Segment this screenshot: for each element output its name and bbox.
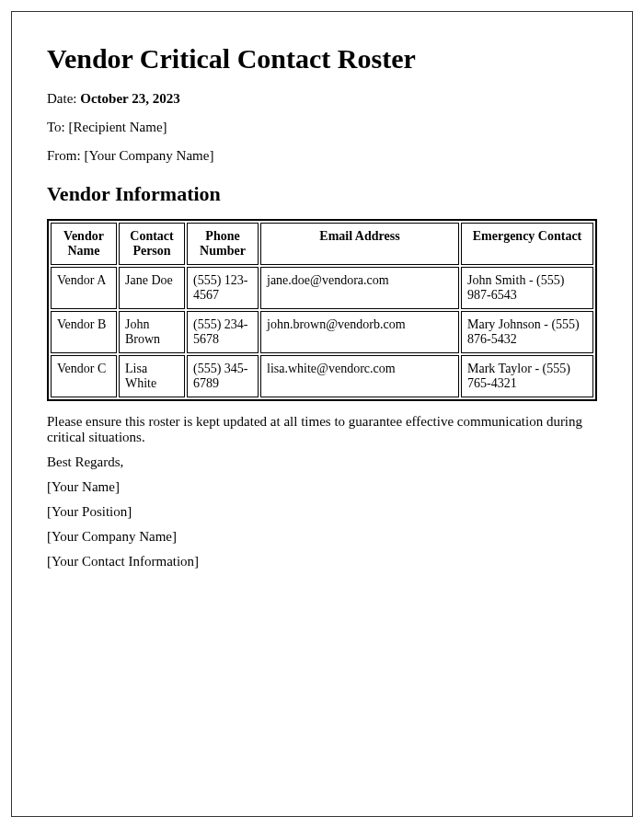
col-header-contact: Contact Person — [119, 223, 185, 265]
cell-contact: Jane Doe — [119, 267, 185, 309]
signoff-contact: [Your Contact Information] — [47, 554, 597, 569]
table-row: Vendor B John Brown (555) 234-5678 john.… — [51, 311, 593, 353]
cell-emergency: Mary Johnson - (555) 876-5432 — [461, 311, 593, 353]
col-header-phone: Phone Number — [187, 223, 259, 265]
signoff-regards: Best Regards, — [47, 454, 597, 470]
cell-email: jane.doe@vendora.com — [260, 267, 459, 309]
date-value: October 23, 2023 — [80, 91, 179, 106]
cell-vendor: Vendor B — [51, 311, 117, 353]
cell-contact: Lisa White — [119, 355, 185, 397]
signoff-name: [Your Name] — [47, 479, 597, 495]
cell-emergency: Mark Taylor - (555) 765-4321 — [461, 355, 593, 397]
table-row: Vendor A Jane Doe (555) 123-4567 jane.do… — [51, 267, 593, 309]
cell-emergency: John Smith - (555) 987-6543 — [461, 267, 593, 309]
cell-contact: John Brown — [119, 311, 185, 353]
section-heading: Vendor Information — [47, 182, 597, 206]
vendor-table: Vendor Name Contact Person Phone Number … — [47, 219, 597, 401]
from-line: From: [Your Company Name] — [47, 148, 597, 164]
to-line: To: [Recipient Name] — [47, 120, 597, 135]
col-header-vendor: Vendor Name — [51, 223, 117, 265]
col-header-email: Email Address — [260, 223, 459, 265]
cell-email: john.brown@vendorb.com — [260, 311, 459, 353]
cell-phone: (555) 123-4567 — [187, 267, 259, 309]
page-title: Vendor Critical Contact Roster — [47, 43, 597, 75]
document-page: Vendor Critical Contact Roster Date: Oct… — [11, 11, 633, 817]
cell-email: lisa.white@vendorc.com — [260, 355, 459, 397]
date-line: Date: October 23, 2023 — [47, 91, 597, 107]
cell-phone: (555) 234-5678 — [187, 311, 259, 353]
table-row: Vendor C Lisa White (555) 345-6789 lisa.… — [51, 355, 593, 397]
cell-phone: (555) 345-6789 — [187, 355, 259, 397]
signoff-company: [Your Company Name] — [47, 529, 597, 545]
notice-paragraph: Please ensure this roster is kept update… — [47, 414, 597, 445]
cell-vendor: Vendor A — [51, 267, 117, 309]
signoff-position: [Your Position] — [47, 504, 597, 520]
table-header-row: Vendor Name Contact Person Phone Number … — [51, 223, 593, 265]
date-label: Date: — [47, 91, 80, 106]
cell-vendor: Vendor C — [51, 355, 117, 397]
col-header-emergency: Emergency Contact — [461, 223, 593, 265]
